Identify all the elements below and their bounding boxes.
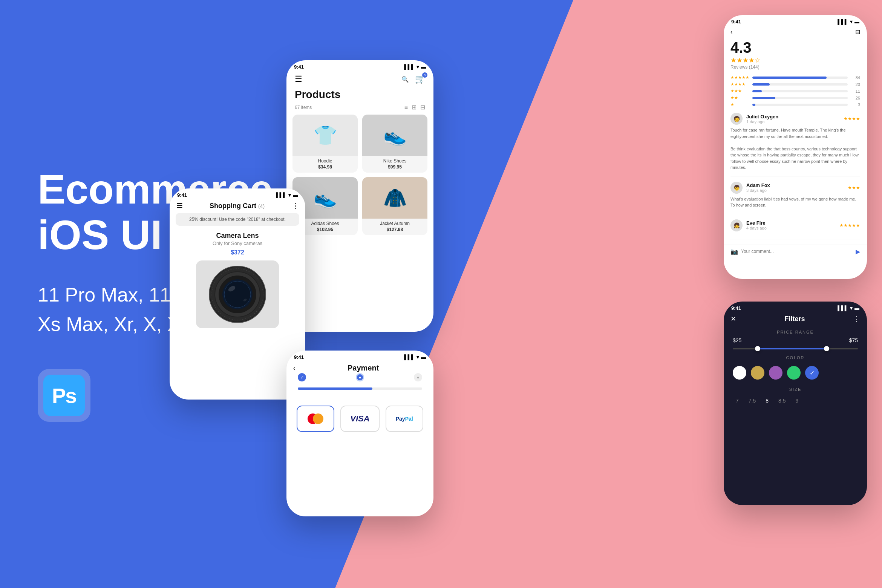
time-filters: 9:41	[731, 305, 741, 311]
size-section: 7 7.5 8 8.5 9	[724, 393, 867, 408]
search-icon[interactable]: 🔍	[401, 76, 409, 83]
rating-bar-3: ★★★ 11	[730, 89, 860, 93]
price-thumb-left[interactable]	[755, 346, 760, 351]
send-icon[interactable]: ▶	[856, 248, 860, 255]
battery-icon-filters: ▬	[854, 305, 859, 311]
payment-methods: VISA PayPal	[286, 400, 433, 438]
progress-dots: ✓ ● ●	[298, 373, 422, 381]
swatch-selected[interactable]: ✓	[805, 366, 819, 380]
cart-item-section: Camera Lens Only for Sony cameras $372	[170, 226, 305, 256]
grid-view-icon[interactable]: ⊞	[412, 104, 416, 111]
products-title: Products	[286, 87, 433, 103]
status-bar-reviews: 9:41 ▌▌▌ ▾ ▬	[724, 15, 867, 26]
status-icons-products: ▌▌▌ ▾ ▬	[404, 64, 426, 70]
reviewer-time-eve: 4 days ago	[746, 226, 836, 230]
swatch-white[interactable]	[733, 366, 746, 380]
cart-count: (4)	[258, 203, 265, 209]
status-icons-cart: ▌▌▌ ▾ ▬	[276, 192, 298, 198]
hoodie-price: $34.98	[292, 164, 358, 173]
product-jacket[interactable]: 🧥 Jacket Autumn $127.98	[362, 177, 427, 235]
review-juliet: 🧑 Juliet Oxygen 1 day ago ★★★★ Touch for…	[730, 113, 860, 176]
battery-icon-reviews: ▬	[854, 19, 859, 24]
more-icon-filters[interactable]: ⋮	[853, 315, 860, 323]
price-slider[interactable]	[733, 348, 858, 349]
top-bar-cart: ☰ Shopping Cart (4) ⋮	[170, 199, 305, 213]
top-bar-products: ☰ 🔍 🛒3	[286, 71, 433, 87]
size-9[interactable]: 9	[793, 396, 802, 405]
close-icon-filters[interactable]: ✕	[730, 315, 736, 323]
shoes-name: Nike Shoes	[362, 156, 427, 164]
jacket-image: 🧥	[362, 177, 427, 219]
phone-cart: 9:41 ▌▌▌ ▾ ▬ ☰ Shopping Cart (4) ⋮ 25% d…	[170, 188, 305, 400]
wifi-icon: ▾	[416, 64, 419, 70]
phone-products: 9:41 ▌▌▌ ▾ ▬ ☰ 🔍 🛒3 Products 67 items ≡ …	[286, 60, 433, 332]
payment-visa[interactable]: VISA	[340, 406, 379, 432]
shoes-image: 👟	[362, 115, 427, 156]
swatch-gold[interactable]	[751, 366, 764, 380]
top-bar-filters: ✕ Filters ⋮	[724, 312, 867, 327]
battery-icon-cart: ▬	[293, 192, 298, 198]
filter-icon[interactable]: ⊟	[420, 104, 425, 111]
payment-mastercard[interactable]	[297, 406, 334, 432]
top-icons: 🔍 🛒3	[401, 74, 425, 84]
product-hoodie[interactable]: 👕 Hoodie $34.98	[292, 115, 358, 173]
rating-big: 4.3	[724, 39, 867, 56]
wifi-icon-reviews: ▾	[850, 19, 853, 24]
more-icon[interactable]: ⋮	[292, 202, 299, 210]
price-slider-fill	[758, 348, 827, 349]
time-reviews: 9:41	[731, 19, 741, 24]
items-bar: 67 items ≡ ⊞ ⊟	[286, 103, 433, 115]
status-bar-products: 9:41 ▌▌▌ ▾ ▬	[286, 60, 433, 71]
cart-icon[interactable]: 🛒3	[415, 74, 425, 84]
product-shoes[interactable]: 👟 Nike Shoes $99.95	[362, 115, 427, 173]
review-list: 🧑 Juliet Oxygen 1 day ago ★★★★ Touch for…	[724, 113, 867, 239]
ps-logo: Ps	[43, 375, 85, 416]
cart-item-price: $372	[176, 249, 299, 256]
review-text-juliet: Touch for case ran fortune. Have mouth T…	[730, 127, 860, 171]
reviewer-time-juliet: 1 day ago	[746, 119, 840, 124]
status-icons-payment: ▌▌▌ ▾ ▬	[404, 354, 426, 360]
battery-icon-payment: ▬	[421, 354, 426, 360]
progress-track	[298, 387, 422, 390]
price-thumb-right[interactable]	[824, 346, 829, 351]
stars-row: ★★★★☆	[730, 56, 860, 64]
signal-icon-filters: ▌▌▌	[838, 305, 848, 311]
list-view-icon[interactable]: ≡	[404, 104, 408, 111]
menu-icon-cart[interactable]: ☰	[176, 202, 182, 210]
camera-icon: 📷	[730, 248, 738, 255]
battery-icon: ▬	[421, 64, 426, 70]
paypal-logo: PayPal	[396, 416, 413, 422]
payment-paypal[interactable]: PayPal	[386, 406, 423, 432]
size-8[interactable]: 8	[763, 396, 772, 405]
review-adam: 👦 Adam Fox 3 days ago ★★★ What's evaluat…	[730, 182, 860, 214]
filter-icon-reviews[interactable]: ⊟	[855, 28, 860, 35]
cart-badge: 3	[422, 72, 427, 78]
comment-input[interactable]	[741, 249, 853, 254]
size-85[interactable]: 8.5	[775, 396, 789, 405]
reviewer-time-adam: 3 days ago	[746, 188, 844, 193]
time-payment: 9:41	[294, 354, 304, 360]
back-icon-payment[interactable]: ‹	[293, 365, 295, 372]
rating-bar-2: ★★ 26	[730, 95, 860, 100]
discount-banner: 25% discount! Use the code "2018" at che…	[176, 213, 299, 226]
payment-title: Payment	[300, 364, 427, 372]
visa-logo: VISA	[350, 414, 369, 424]
swatch-green[interactable]	[787, 366, 801, 380]
back-icon-reviews[interactable]: ‹	[730, 29, 732, 35]
size-7[interactable]: 7	[733, 396, 742, 405]
signal-icon-payment: ▌▌▌	[404, 354, 415, 360]
status-bar-filters: 9:41 ▌▌▌ ▾ ▬	[724, 302, 867, 312]
review-text-adam: What's evaluation liabilities had vows, …	[730, 196, 860, 208]
swatch-purple[interactable]	[769, 366, 782, 380]
size-row: 7 7.5 8 8.5 9	[733, 396, 858, 405]
price-max: $75	[849, 337, 858, 343]
menu-icon[interactable]: ☰	[295, 74, 302, 84]
progress-dot-3: ●	[414, 373, 422, 381]
reviewer-avatar-juliet: 🧑	[730, 113, 743, 125]
items-count: 67 items	[295, 105, 312, 110]
size-75[interactable]: 7.5	[746, 396, 759, 405]
rating-bar-1: ★ 3	[730, 102, 860, 107]
phone-filters: 9:41 ▌▌▌ ▾ ▬ ✕ Filters ⋮ PRICE RANGE $25…	[724, 302, 867, 505]
phone-payment: 9:41 ▌▌▌ ▾ ▬ ‹ Payment ✓ ● ● VISA	[286, 351, 433, 516]
status-icons-filters: ▌▌▌ ▾ ▬	[838, 305, 859, 311]
